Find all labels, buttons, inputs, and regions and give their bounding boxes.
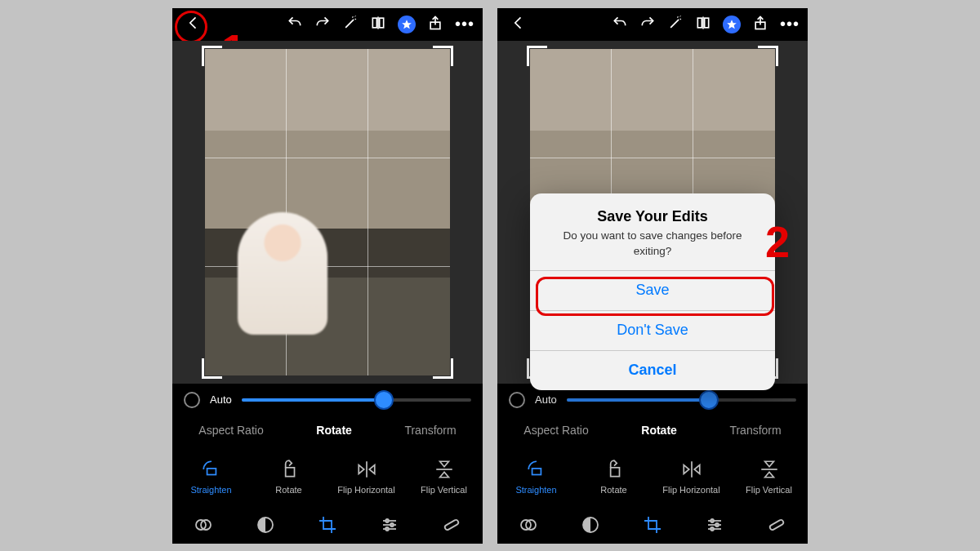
tool-flip-horizontal[interactable]: Flip Horizontal bbox=[659, 459, 724, 495]
redo-icon[interactable] bbox=[314, 15, 331, 34]
svg-marker-32 bbox=[694, 464, 700, 473]
auto-label: Auto bbox=[535, 393, 557, 406]
back-icon[interactable] bbox=[510, 15, 527, 34]
svg-rect-45 bbox=[769, 518, 785, 530]
svg-rect-1 bbox=[380, 18, 384, 28]
annotation-highlight-save bbox=[536, 277, 774, 316]
more-icon[interactable]: ••• bbox=[455, 15, 474, 33]
tab-rotate[interactable]: Rotate bbox=[316, 424, 352, 437]
compare-icon[interactable] bbox=[370, 15, 386, 34]
app-top-bar: ••• bbox=[497, 8, 808, 41]
nav-looks-icon[interactable] bbox=[519, 515, 538, 538]
nav-crop-icon[interactable] bbox=[318, 515, 337, 538]
share-icon[interactable] bbox=[427, 15, 443, 34]
svg-marker-35 bbox=[764, 472, 773, 478]
svg-marker-31 bbox=[684, 464, 689, 473]
nav-effects-icon[interactable] bbox=[256, 515, 275, 538]
slider-thumb[interactable] bbox=[374, 390, 394, 410]
svg-rect-6 bbox=[285, 467, 294, 476]
app-top-bar: ••• bbox=[172, 8, 483, 41]
dialog-title: Save Your Edits bbox=[543, 208, 762, 225]
rotate-tools-row: Straighten Rotate Flip Horizontal Flip V… bbox=[172, 444, 483, 509]
slider-thumb[interactable] bbox=[699, 390, 719, 410]
crop-tabs: Aspect Ratio Rotate Transform bbox=[172, 416, 483, 444]
auto-label: Auto bbox=[210, 393, 232, 406]
tool-straighten[interactable]: Straighten bbox=[504, 459, 569, 495]
svg-rect-23 bbox=[697, 18, 702, 28]
nav-crop-icon[interactable] bbox=[643, 515, 662, 538]
tool-flip-vertical[interactable]: Flip Vertical bbox=[412, 459, 477, 495]
screenshot-step-1: ••• 1 Auto Aspect Ratio Rotate Transform… bbox=[172, 8, 483, 544]
nav-effects-icon[interactable] bbox=[581, 515, 600, 538]
svg-marker-9 bbox=[369, 464, 375, 473]
straighten-slider[interactable] bbox=[567, 398, 796, 402]
dialog-message: Do you want to save changes before exiti… bbox=[543, 229, 762, 258]
dont-save-button[interactable]: Don't Save bbox=[530, 310, 775, 350]
tool-flip-horizontal[interactable]: Flip Horizontal bbox=[334, 459, 399, 495]
more-icon[interactable]: ••• bbox=[780, 15, 800, 33]
rotate-tools-row: Straighten Rotate Flip Horizontal Flip V… bbox=[497, 444, 808, 509]
svg-marker-34 bbox=[764, 461, 773, 467]
straighten-slider[interactable] bbox=[242, 398, 471, 402]
svg-rect-24 bbox=[705, 18, 709, 28]
compare-icon[interactable] bbox=[695, 15, 711, 34]
favorite-star-icon[interactable] bbox=[398, 16, 416, 33]
nav-adjust-icon[interactable] bbox=[380, 515, 399, 538]
auto-radio[interactable] bbox=[184, 392, 200, 408]
svg-rect-29 bbox=[610, 467, 619, 476]
tool-flip-vertical[interactable]: Flip Vertical bbox=[737, 459, 802, 495]
cancel-button[interactable]: Cancel bbox=[530, 350, 775, 390]
nav-heal-icon[interactable] bbox=[767, 515, 786, 538]
svg-marker-26 bbox=[727, 20, 737, 29]
tab-transform[interactable]: Transform bbox=[729, 424, 781, 437]
magic-wand-icon[interactable] bbox=[667, 15, 684, 34]
tab-aspect-ratio[interactable]: Aspect Ratio bbox=[198, 424, 263, 437]
svg-rect-5 bbox=[207, 468, 216, 474]
nav-adjust-icon[interactable] bbox=[705, 515, 724, 538]
nav-heal-icon[interactable] bbox=[442, 515, 461, 538]
tab-transform[interactable]: Transform bbox=[404, 424, 456, 437]
bottom-nav bbox=[172, 509, 483, 544]
photo-with-crop-grid[interactable] bbox=[205, 49, 450, 375]
svg-rect-22 bbox=[444, 518, 460, 530]
tool-rotate[interactable]: Rotate bbox=[256, 459, 322, 495]
bottom-nav bbox=[497, 509, 808, 544]
tab-aspect-ratio[interactable]: Aspect Ratio bbox=[523, 424, 588, 437]
tool-straighten[interactable]: Straighten bbox=[179, 459, 244, 495]
edit-canvas[interactable] bbox=[172, 41, 483, 384]
undo-icon[interactable] bbox=[287, 15, 303, 34]
straighten-slider-row: Auto bbox=[172, 384, 483, 416]
auto-radio[interactable] bbox=[509, 392, 525, 408]
annotation-circle-back bbox=[175, 11, 207, 43]
svg-marker-8 bbox=[359, 464, 364, 473]
favorite-star-icon[interactable] bbox=[723, 16, 741, 33]
redo-icon[interactable] bbox=[639, 15, 656, 34]
svg-marker-11 bbox=[439, 461, 448, 467]
svg-marker-12 bbox=[439, 472, 448, 478]
step-number-2: 2 bbox=[765, 216, 790, 267]
crop-tabs: Aspect Ratio Rotate Transform bbox=[497, 416, 808, 444]
screenshot-step-2: ••• Auto Aspect Ratio Rotate Transform S… bbox=[497, 8, 808, 544]
tab-rotate[interactable]: Rotate bbox=[641, 424, 677, 437]
svg-rect-0 bbox=[372, 18, 376, 28]
nav-looks-icon[interactable] bbox=[194, 515, 213, 538]
undo-icon[interactable] bbox=[612, 15, 628, 34]
tool-rotate[interactable]: Rotate bbox=[581, 459, 647, 495]
svg-marker-3 bbox=[402, 20, 412, 29]
share-icon[interactable] bbox=[752, 15, 768, 34]
magic-wand-icon[interactable] bbox=[342, 15, 359, 34]
svg-rect-28 bbox=[532, 468, 541, 474]
